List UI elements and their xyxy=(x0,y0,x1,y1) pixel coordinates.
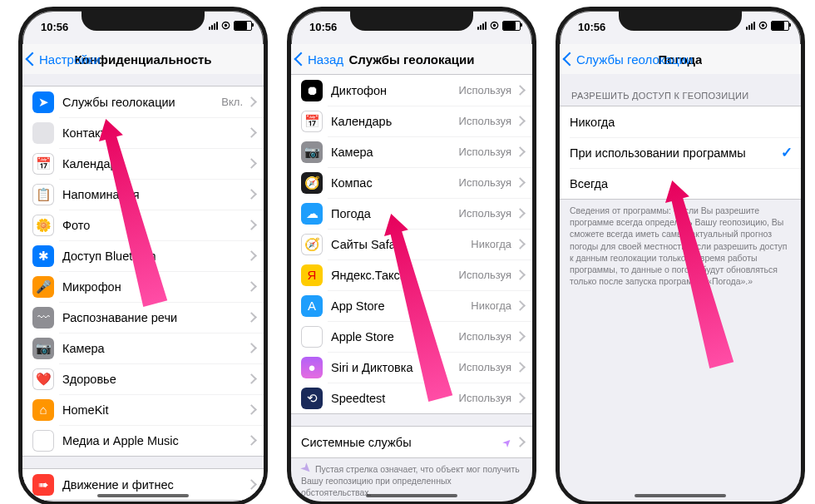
chevron-right-icon xyxy=(246,312,257,323)
row-label: Apple Store xyxy=(331,330,459,343)
notch xyxy=(619,9,742,31)
row-value: Никогда xyxy=(471,238,511,250)
content-area[interactable]: РАЗРЕШИТЬ ДОСТУП К ГЕОПОЗИЦИИНикогдаПри … xyxy=(560,74,801,502)
chevron-left-icon xyxy=(26,52,40,67)
row-camera2[interactable]: 📷КамераИспользуя xyxy=(291,136,532,167)
row-trailing xyxy=(248,252,264,259)
chevron-right-icon xyxy=(515,300,526,311)
row-trailing xyxy=(248,406,264,413)
signal-icon xyxy=(209,22,218,30)
chevron-right-icon xyxy=(246,158,257,169)
app-icon xyxy=(301,326,323,348)
row-trailing xyxy=(248,481,264,488)
app-icon: ☁ xyxy=(301,203,323,225)
row-speech[interactable]: 〰Распознавание речи xyxy=(22,302,264,333)
row-label: Движение и фитнес xyxy=(62,478,248,492)
row-value: Используя xyxy=(459,392,511,404)
row-label: Всегда xyxy=(570,177,793,190)
app-icon: 📷 xyxy=(32,338,54,359)
back-button[interactable]: Назад xyxy=(296,44,343,74)
row-health[interactable]: ❤️Здоровье xyxy=(22,363,264,394)
chevron-right-icon xyxy=(515,146,526,157)
row-value: Используя xyxy=(459,330,511,343)
app-icon: 🎤 xyxy=(32,276,54,298)
row-location-services[interactable]: ➤Службы геолокацииВкл. xyxy=(22,86,264,117)
back-button[interactable]: Настройки xyxy=(27,44,101,74)
legend-arrow-icon: ➤ xyxy=(300,462,314,475)
chevron-right-icon xyxy=(515,85,526,96)
row-homekit[interactable]: ⌂HomeKit xyxy=(22,394,264,425)
nav-title: Службы геолокации xyxy=(349,52,475,67)
chevron-right-icon xyxy=(246,404,257,415)
row-value: Никогда xyxy=(471,299,511,312)
row-label: Контакты xyxy=(62,126,248,140)
callout-arrow xyxy=(684,177,709,368)
app-icon: 📅 xyxy=(32,153,54,175)
app-icon: ✱ xyxy=(32,245,54,267)
app-icon: 📋 xyxy=(32,184,54,205)
row-value: Используя xyxy=(459,176,511,189)
callout-arrow xyxy=(118,116,143,307)
row-trailing: Никогда xyxy=(471,238,532,250)
row-trailing xyxy=(248,344,264,352)
row-contacts[interactable]: Контакты xyxy=(22,117,264,148)
row-calendar[interactable]: 📅КалендарьИспользуя xyxy=(291,106,532,136)
row-trailing xyxy=(248,221,264,229)
chevron-right-icon xyxy=(515,239,526,250)
row-trailing xyxy=(248,375,264,383)
app-icon: 📅 xyxy=(301,111,323,132)
opt-while-using[interactable]: При использовании программы✓ xyxy=(560,137,801,168)
row-label: Яндекс.Такси xyxy=(331,269,459,282)
app-icon: ⌂ xyxy=(32,399,54,421)
row-trailing: Используя xyxy=(459,207,532,220)
row-trailing xyxy=(248,160,264,167)
phone-2: 10:56⦿НазадСлужбы геолокации⏺ДиктофонИсп… xyxy=(287,7,536,504)
signal-icon xyxy=(746,22,755,30)
phone-3: 10:56⦿Службы геолокацииПогодаРАЗРЕШИТЬ Д… xyxy=(556,7,805,504)
row-voicememos[interactable]: ⏺ДиктофонИспользуя xyxy=(291,75,532,106)
chevron-right-icon xyxy=(515,362,526,373)
row-calendars[interactable]: 📅Календари xyxy=(22,148,264,179)
row-trailing: Используя xyxy=(459,330,532,343)
row-reminders[interactable]: 📋Напоминания xyxy=(22,179,264,210)
battery-icon xyxy=(502,21,521,31)
row-label: Медиа и Apple Music xyxy=(62,434,248,447)
row-trailing: Используя xyxy=(459,176,532,189)
app-icon: ➠ xyxy=(32,474,54,496)
wifi-icon: ⦿ xyxy=(221,21,230,31)
status-right: ⦿ xyxy=(746,21,789,31)
back-button[interactable]: Службы геолокации xyxy=(565,44,693,74)
footer-note: Программы, запросившие доступ к Вашим да… xyxy=(22,501,264,502)
chevron-right-icon xyxy=(246,435,257,446)
nav-bar: Службы геолокацииПогода xyxy=(560,44,801,75)
row-trailing: Используя xyxy=(459,115,532,127)
row-trailing xyxy=(248,314,264,321)
chevron-right-icon xyxy=(246,479,257,490)
home-indicator xyxy=(635,494,726,497)
row-camera[interactable]: 📷Камера xyxy=(22,333,264,363)
row-value: Используя xyxy=(459,207,511,220)
row-system-services[interactable]: Системные службы➤ xyxy=(291,427,532,457)
row-compass[interactable]: 🧭КомпасИспользуя xyxy=(291,167,532,198)
battery-icon xyxy=(771,21,789,31)
chevron-right-icon xyxy=(246,250,257,261)
battery-icon xyxy=(234,21,252,31)
chevron-right-icon xyxy=(515,116,526,126)
row-value: Используя xyxy=(459,361,511,373)
callout-arrow xyxy=(403,210,428,402)
app-icon: ⏺ xyxy=(301,80,323,101)
chevron-right-icon xyxy=(515,208,526,219)
home-indicator xyxy=(366,494,457,497)
row-trailing xyxy=(248,283,264,290)
status-right: ⦿ xyxy=(477,21,521,31)
row-value: Используя xyxy=(459,146,511,158)
chevron-right-icon xyxy=(246,96,257,107)
row-trailing: Используя xyxy=(459,361,532,373)
row-trailing xyxy=(248,437,264,444)
row-music[interactable]: ♫Медиа и Apple Music xyxy=(22,425,264,456)
opt-never[interactable]: Никогда xyxy=(560,106,801,137)
app-icon: ♫ xyxy=(32,430,54,452)
row-label: HomeKit xyxy=(62,403,248,417)
app-icon: ⟲ xyxy=(301,388,323,409)
nav-bar: НазадСлужбы геолокации xyxy=(291,44,532,75)
